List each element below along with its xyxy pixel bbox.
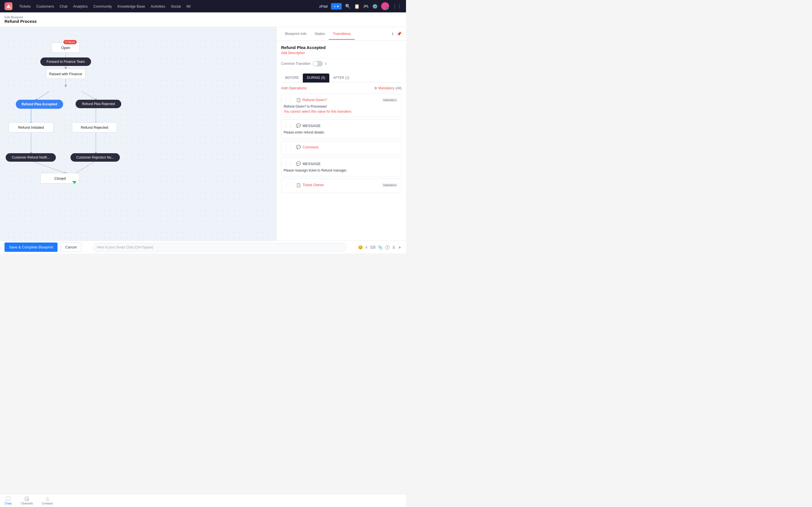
common-transition-row: Common Transition ℹ bbox=[281, 58, 402, 69]
send-icon[interactable]: ➤ bbox=[398, 245, 402, 249]
op-title-refund-given: Refund Given? bbox=[303, 98, 327, 102]
op-card-refund-given: ⋮⋮ 📋 Refund Given? Validation Refund Giv… bbox=[281, 94, 402, 117]
message-icon-2: 💬 bbox=[296, 161, 301, 166]
edit-title: Refund Process bbox=[4, 19, 37, 24]
attachment-icon[interactable]: 📎 bbox=[378, 245, 383, 249]
svg-line-5 bbox=[37, 91, 49, 100]
sub-tab-during[interactable]: DURING (5) bbox=[303, 73, 329, 82]
grid-icon[interactable]: ⋮⋮ bbox=[393, 4, 402, 9]
op-card-ticket-owner: ⋮⋮ 📋 Ticket Owner Validation bbox=[281, 179, 402, 193]
right-panel: Blueprint Info States Transitions ℹ 📌 Re… bbox=[276, 27, 406, 240]
tab-transitions[interactable]: Transitions bbox=[329, 28, 354, 40]
nav-analytics[interactable]: Analytics bbox=[73, 3, 88, 10]
user-avatar[interactable] bbox=[381, 2, 389, 10]
op-title-comment: Comment bbox=[303, 145, 318, 149]
op-card-message-1: ⋮⋮ 💬 MESSAGE Please enter refund details… bbox=[281, 119, 402, 138]
op-body-message-2: Please reassign ticket to Refund manager… bbox=[284, 168, 398, 173]
node-refund-initiated[interactable]: Refund Initiated bbox=[8, 122, 54, 132]
op-title-message-2: MESSAGE bbox=[303, 162, 320, 166]
op-title-ticket-owner: Ticket Owner bbox=[303, 183, 324, 187]
node-open[interactable]: Open 6 Hours bbox=[52, 43, 80, 53]
info-circle-icon[interactable]: ℹ bbox=[392, 32, 393, 36]
nav-activities[interactable]: Activities bbox=[151, 3, 165, 10]
node-raised[interactable]: Raised with Finance bbox=[46, 69, 86, 79]
brand-selector[interactable]: zPad bbox=[319, 4, 327, 8]
drag-handle-2[interactable]: ⋮⋮ bbox=[284, 123, 293, 128]
svg-marker-4 bbox=[64, 85, 67, 88]
main-area: Open 6 Hours Forward to Finance Team Rai… bbox=[0, 27, 406, 240]
edit-label: Edit Blueprint bbox=[4, 15, 37, 19]
keyboard-icon[interactable]: ⌨ bbox=[370, 245, 375, 249]
edit-header: Edit Blueprint Refund Process bbox=[0, 12, 406, 27]
panel-tabs: Blueprint Info States Transitions ℹ 📌 bbox=[276, 27, 406, 41]
text-icon[interactable]: A bbox=[365, 245, 368, 249]
save-button[interactable]: Save & Complete Blueprint bbox=[4, 242, 57, 252]
common-transition-toggle[interactable] bbox=[313, 61, 323, 66]
nav-community[interactable]: Community bbox=[93, 3, 112, 10]
ops-header: Add Operations ⚙ Mandatory (All) bbox=[281, 86, 402, 90]
svg-line-18 bbox=[76, 161, 96, 173]
games-icon[interactable]: 🎮 bbox=[363, 4, 369, 9]
nav-tickets[interactable]: Tickets bbox=[19, 3, 31, 10]
svg-marker-0 bbox=[6, 4, 10, 8]
op-card-comment: ⋮⋮ 💬 Comment bbox=[281, 141, 402, 155]
chat-input[interactable]: Here is your Smart Chat (Ctrl+Space) bbox=[93, 243, 347, 252]
blueprint-canvas[interactable]: Open 6 Hours Forward to Finance Team Rai… bbox=[0, 27, 276, 240]
nav-chat[interactable]: Chat bbox=[60, 3, 67, 10]
node-forward[interactable]: Forward to Finance Team bbox=[40, 57, 91, 66]
sub-tab-before[interactable]: BEFORE bbox=[281, 73, 303, 82]
sub-tab-after[interactable]: AFTER (1) bbox=[329, 73, 353, 82]
common-transition-info-icon[interactable]: ℹ bbox=[325, 62, 326, 66]
node-plea-rejected[interactable]: Refund Plea Rejected bbox=[75, 100, 121, 108]
mandatory-icon: ⚙ bbox=[374, 86, 377, 90]
drag-handle-5[interactable]: ⋮⋮ bbox=[284, 182, 293, 187]
message-icon: 💬 bbox=[296, 123, 301, 128]
node-refund-rejected[interactable]: Refund Rejected bbox=[72, 122, 117, 132]
tab-states[interactable]: States bbox=[311, 28, 329, 40]
svg-line-7 bbox=[82, 91, 96, 100]
nav-im[interactable]: IM bbox=[186, 3, 190, 10]
op-badge-validation: Validation bbox=[382, 98, 398, 102]
drag-handle[interactable]: ⋮⋮ bbox=[284, 97, 293, 103]
notes-icon[interactable]: 📋 bbox=[354, 4, 360, 9]
op-badge-validation-2: Validation bbox=[382, 183, 398, 187]
badge-hours: 6 Hours bbox=[63, 40, 77, 44]
common-transition-label: Common Transition bbox=[281, 62, 310, 66]
monitor-icon[interactable]: 🖥 bbox=[392, 245, 396, 249]
op-body-message-1: Please enter refund details. bbox=[284, 130, 398, 135]
op-body-refund-given: Refund Given? is Processed bbox=[284, 104, 398, 109]
settings-icon[interactable]: ⚙️ bbox=[372, 4, 378, 9]
nav-knowledge-base[interactable]: Knowledge Base bbox=[117, 3, 145, 10]
nav-customers[interactable]: Customers bbox=[36, 3, 54, 10]
arrow-right-closed: → bbox=[78, 178, 82, 182]
sub-tabs: BEFORE DURING (5) AFTER (1) bbox=[281, 73, 402, 82]
cancel-button[interactable]: Cancel bbox=[60, 242, 81, 252]
search-icon[interactable]: 🔍 bbox=[345, 4, 351, 9]
app-logo[interactable] bbox=[4, 2, 12, 10]
add-description-link[interactable]: Add Description bbox=[281, 51, 402, 55]
op-title-message-1: MESSAGE bbox=[303, 124, 320, 128]
form-icon: 📋 bbox=[296, 98, 301, 102]
comment-icon: 💬 bbox=[296, 145, 301, 149]
nav-right: zPad + ▾ 🔍 📋 🎮 ⚙️ ⋮⋮ bbox=[319, 2, 402, 10]
nav-social[interactable]: Social bbox=[171, 3, 181, 10]
mandatory-link[interactable]: Mandatory bbox=[378, 86, 395, 90]
add-button[interactable]: + ▾ bbox=[331, 3, 342, 10]
node-customer-rejection-notif[interactable]: Customer Rejection No... bbox=[70, 153, 120, 162]
pin-icon[interactable]: 📌 bbox=[397, 32, 402, 36]
emoji-icon[interactable]: 😊 bbox=[358, 245, 363, 249]
mandatory-label: ⚙ Mandatory (All) bbox=[374, 86, 402, 90]
top-navigation: Tickets Customers Chat Analytics Communi… bbox=[0, 0, 406, 12]
node-plea-accepted[interactable]: Refund Plea Accepted bbox=[16, 100, 63, 109]
bottom-action-bar: Save & Complete Blueprint Cancel Here is… bbox=[0, 240, 406, 253]
panel-content: Refund Plea Accepted Add Description Com… bbox=[276, 41, 406, 240]
drag-handle-3[interactable]: ⋮⋮ bbox=[284, 145, 293, 150]
svg-line-17 bbox=[31, 161, 65, 173]
arrow-left-closed: → bbox=[60, 178, 64, 182]
ticket-owner-icon: 📋 bbox=[296, 183, 301, 187]
drag-handle-4[interactable]: ⋮⋮ bbox=[284, 161, 293, 166]
tab-blueprint-info[interactable]: Blueprint Info bbox=[281, 28, 311, 40]
clock-icon[interactable]: 🕐 bbox=[385, 245, 390, 249]
node-customer-refund-notif[interactable]: Customer Refund Notifi... bbox=[6, 153, 56, 162]
add-operations-link[interactable]: Add Operations bbox=[281, 86, 306, 90]
